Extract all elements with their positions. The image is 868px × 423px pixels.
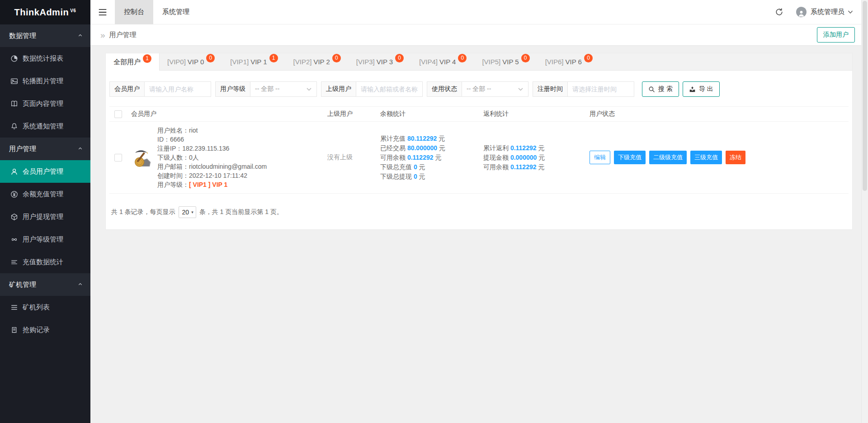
current-user-name[interactable]: 系统管理员 xyxy=(811,8,844,16)
select-all-checkbox[interactable] xyxy=(114,110,122,118)
tab-prefix: [VIP6] xyxy=(545,58,564,66)
bell-icon xyxy=(10,123,18,130)
column-header: 返利统计 xyxy=(483,110,509,117)
topbar-tab-console[interactable]: 控制台 xyxy=(115,0,153,24)
detail-line-level: 用户等级：[ VIP1 ] VIP 1 xyxy=(157,180,267,189)
select-value: -- 全部 -- xyxy=(467,85,491,93)
table-header-row: 会员用户 上级用户 余额统计 返利统计 用户状态 xyxy=(109,106,849,122)
user-icon xyxy=(10,168,18,176)
hamburger-icon[interactable] xyxy=(90,8,115,17)
rebate-stats: 累计返利 0.112292 元 提现金额 0.000000 元 可用余额 0.1… xyxy=(480,143,586,172)
filter-level: 用户等级 -- 全部 -- xyxy=(215,81,317,97)
sidebar-item-label: 余额充值管理 xyxy=(23,190,63,199)
sidebar-item-purchase-record[interactable]: 抢购记录 xyxy=(0,318,90,341)
per-page-value: 20 xyxy=(182,209,189,216)
tab-all-users[interactable]: 全部用户 1 xyxy=(106,53,160,71)
level2-recharge-button[interactable]: 二级级充值 xyxy=(649,151,687,164)
app-root: ThinkAdminV6 数据管理 数据统计报表 轮播图片管理 页面内容管理 系… xyxy=(0,0,868,423)
tab-prefix: [VIP2] xyxy=(293,58,312,66)
sidebar-item-report[interactable]: 数据统计报表 xyxy=(0,47,90,70)
count-badge: 0 xyxy=(584,54,593,62)
freeze-button[interactable]: 冻结 xyxy=(726,151,745,164)
count-badge: 0 xyxy=(332,54,341,62)
level3-recharge-button[interactable]: 三级充值 xyxy=(690,151,722,164)
refresh-icon[interactable] xyxy=(775,8,783,16)
detail-line: 用户邮箱：riotcloudmining@gmail.com xyxy=(157,162,267,171)
sidebar-item-label: 用户提现管理 xyxy=(23,213,63,221)
export-icon xyxy=(689,86,696,93)
tab-label: VIP 1 xyxy=(250,58,267,66)
table-row: 用户姓名：riot ID：6666 注册IP：182.239.115.136 下… xyxy=(109,122,849,194)
count-badge: 0 xyxy=(395,54,404,62)
list-icon xyxy=(10,304,18,311)
cube-icon xyxy=(10,213,18,221)
search-label: 搜 索 xyxy=(658,85,673,93)
user-table: 会员用户 上级用户 余额统计 返利统计 用户状态 xyxy=(109,106,849,194)
sidebar-item-withdraw[interactable]: 用户提现管理 xyxy=(0,205,90,228)
image-icon xyxy=(10,77,18,85)
tab-prefix: [VIP4] xyxy=(419,58,438,66)
section-title: 数据管理 xyxy=(9,32,36,40)
row-checkbox[interactable] xyxy=(114,154,122,162)
content-area: 全部用户 1 [VIP0] VIP 0 0 [VIP1] VIP 1 1 [ xyxy=(90,45,861,230)
chevron-down-icon[interactable] xyxy=(848,10,853,14)
sidebar-section-miner[interactable]: 矿机管理 xyxy=(0,273,90,296)
sidebar-section-user[interactable]: 用户管理 xyxy=(0,138,90,160)
count-badge: 0 xyxy=(458,54,467,62)
filter-label: 上级用户 xyxy=(321,81,356,97)
sidebar-item-notice[interactable]: 系统通知管理 xyxy=(0,115,90,138)
main-area: 控制台 系统管理 系统管理员 » 用户管理 添加用户 xyxy=(90,0,861,423)
sidebar-item-level[interactable]: 用户等级管理 xyxy=(0,228,90,251)
chevron-down-icon: ▾ xyxy=(191,210,193,214)
sidebar-item-miner-list[interactable]: 矿机列表 xyxy=(0,296,90,318)
add-user-button[interactable]: 添加用户 xyxy=(817,27,855,43)
parent-user-input[interactable] xyxy=(356,81,423,97)
filter-row: 会员用户 用户等级 -- 全部 -- 上级用户 xyxy=(109,81,849,97)
tab-vip5[interactable]: [VIP5] VIP 5 0 xyxy=(474,53,537,70)
chevron-up-icon xyxy=(77,145,83,153)
search-icon xyxy=(648,86,655,93)
sidebar-item-label: 轮播图片管理 xyxy=(23,77,63,86)
status-select[interactable]: -- 全部 -- xyxy=(462,81,528,97)
page-title: 用户管理 xyxy=(109,31,137,39)
sidebar-item-label: 矿机列表 xyxy=(23,303,50,312)
count-badge: 1 xyxy=(269,54,278,62)
export-button[interactable]: 导 出 xyxy=(683,81,720,97)
per-page-select[interactable]: 20 ▾ xyxy=(179,206,196,218)
topbar-tab-label: 控制台 xyxy=(124,8,144,16)
sidebar-item-recharge-stats[interactable]: 充值数据统计 xyxy=(0,251,90,273)
column-header: 余额统计 xyxy=(380,110,406,117)
column-header: 会员用户 xyxy=(131,110,156,118)
sub-recharge-button[interactable]: 下级充值 xyxy=(614,151,646,164)
edit-button[interactable]: 编辑 xyxy=(590,151,610,164)
search-button[interactable]: 搜 索 xyxy=(642,81,679,97)
sidebar-item-label: 用户等级管理 xyxy=(23,235,63,244)
tab-vip4[interactable]: [VIP4] VIP 4 0 xyxy=(411,53,474,70)
sidebar-item-page-content[interactable]: 页面内容管理 xyxy=(0,92,90,115)
tab-prefix: [VIP0] xyxy=(167,58,186,66)
scrollbar-thumb[interactable] xyxy=(863,1,867,191)
user-management-card: 全部用户 1 [VIP0] VIP 0 0 [VIP1] VIP 1 1 [ xyxy=(105,53,853,230)
tab-vip2[interactable]: [VIP2] VIP 2 0 xyxy=(286,53,349,70)
tab-vip1[interactable]: [VIP1] VIP 1 1 xyxy=(222,53,285,70)
sidebar-item-recharge[interactable]: 余额充值管理 xyxy=(0,183,90,205)
logo-version: V6 xyxy=(70,8,76,13)
topbar-tab-system[interactable]: 系统管理 xyxy=(153,0,198,24)
topbar-tab-label: 系统管理 xyxy=(162,8,189,16)
scrollbar[interactable] xyxy=(861,0,868,423)
level-select[interactable]: -- 全部 -- xyxy=(250,81,317,97)
tab-vip0[interactable]: [VIP0] VIP 0 0 xyxy=(160,53,222,70)
sidebar-item-carousel[interactable]: 轮播图片管理 xyxy=(0,70,90,92)
balance-stats: 累计充值 80.112292 元 已经交易 80.000000 元 可用余额 0… xyxy=(377,134,480,181)
tab-vip3[interactable]: [VIP3] VIP 3 0 xyxy=(349,53,411,70)
filter-label: 用户等级 xyxy=(215,81,250,97)
tab-label: VIP 3 xyxy=(377,58,393,66)
member-name-input[interactable] xyxy=(145,81,211,97)
tab-vip6[interactable]: [VIP6] VIP 6 0 xyxy=(538,53,600,70)
sidebar-section-data[interactable]: 数据管理 xyxy=(0,24,90,47)
filter-parent: 上级用户 xyxy=(321,81,423,97)
avatar[interactable] xyxy=(796,7,807,17)
pagination: 共 1 条记录，每页显示 20 ▾ 条，共 1 页当前显示第 1 页。 xyxy=(109,206,849,218)
register-time-input[interactable] xyxy=(568,81,634,97)
sidebar-item-member-users[interactable]: 会员用户管理 xyxy=(0,160,90,183)
